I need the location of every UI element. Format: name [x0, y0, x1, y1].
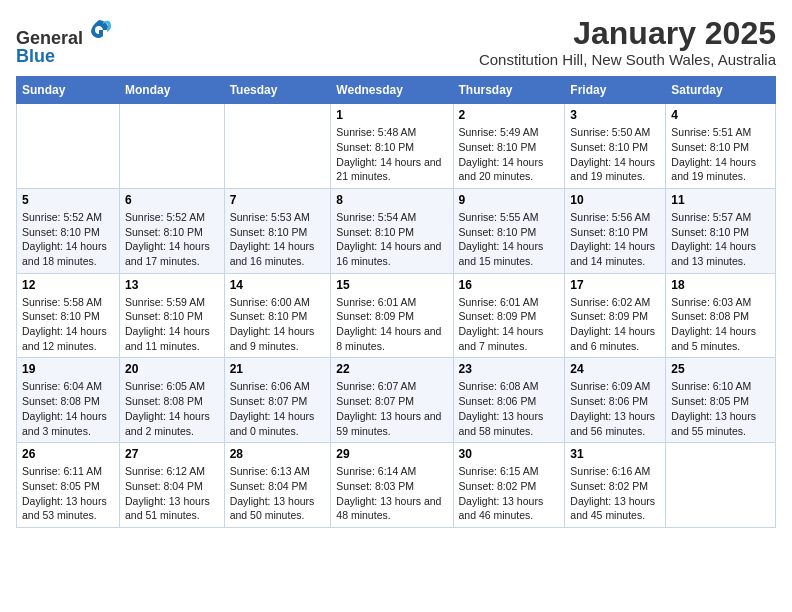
day-number: 2	[459, 108, 560, 122]
calendar-week-row: 1Sunrise: 5:48 AM Sunset: 8:10 PM Daylig…	[17, 104, 776, 189]
day-info: Sunrise: 5:52 AM Sunset: 8:10 PM Dayligh…	[22, 210, 114, 269]
day-info: Sunrise: 6:02 AM Sunset: 8:09 PM Dayligh…	[570, 295, 660, 354]
day-number: 31	[570, 447, 660, 461]
calendar-cell: 25Sunrise: 6:10 AM Sunset: 8:05 PM Dayli…	[666, 358, 776, 443]
day-number: 7	[230, 193, 326, 207]
weekday-header-thursday: Thursday	[453, 77, 565, 104]
calendar-cell: 15Sunrise: 6:01 AM Sunset: 8:09 PM Dayli…	[331, 273, 453, 358]
day-info: Sunrise: 6:08 AM Sunset: 8:06 PM Dayligh…	[459, 379, 560, 438]
calendar-cell	[224, 104, 331, 189]
weekday-header-sunday: Sunday	[17, 77, 120, 104]
day-number: 9	[459, 193, 560, 207]
day-info: Sunrise: 6:11 AM Sunset: 8:05 PM Dayligh…	[22, 464, 114, 523]
weekday-header-row: SundayMondayTuesdayWednesdayThursdayFrid…	[17, 77, 776, 104]
calendar-cell: 4Sunrise: 5:51 AM Sunset: 8:10 PM Daylig…	[666, 104, 776, 189]
day-info: Sunrise: 5:52 AM Sunset: 8:10 PM Dayligh…	[125, 210, 219, 269]
day-info: Sunrise: 5:53 AM Sunset: 8:10 PM Dayligh…	[230, 210, 326, 269]
day-info: Sunrise: 6:15 AM Sunset: 8:02 PM Dayligh…	[459, 464, 560, 523]
day-info: Sunrise: 6:06 AM Sunset: 8:07 PM Dayligh…	[230, 379, 326, 438]
day-info: Sunrise: 5:57 AM Sunset: 8:10 PM Dayligh…	[671, 210, 770, 269]
day-number: 18	[671, 278, 770, 292]
day-info: Sunrise: 5:54 AM Sunset: 8:10 PM Dayligh…	[336, 210, 447, 269]
calendar-cell: 6Sunrise: 5:52 AM Sunset: 8:10 PM Daylig…	[120, 188, 225, 273]
day-info: Sunrise: 6:10 AM Sunset: 8:05 PM Dayligh…	[671, 379, 770, 438]
title-block: January 2025 Constitution Hill, New Sout…	[479, 16, 776, 68]
calendar-cell: 19Sunrise: 6:04 AM Sunset: 8:08 PM Dayli…	[17, 358, 120, 443]
day-info: Sunrise: 5:49 AM Sunset: 8:10 PM Dayligh…	[459, 125, 560, 184]
day-info: Sunrise: 6:07 AM Sunset: 8:07 PM Dayligh…	[336, 379, 447, 438]
day-number: 1	[336, 108, 447, 122]
calendar-cell: 3Sunrise: 5:50 AM Sunset: 8:10 PM Daylig…	[565, 104, 666, 189]
calendar-cell: 24Sunrise: 6:09 AM Sunset: 8:06 PM Dayli…	[565, 358, 666, 443]
day-number: 27	[125, 447, 219, 461]
calendar-cell: 30Sunrise: 6:15 AM Sunset: 8:02 PM Dayli…	[453, 443, 565, 528]
calendar-cell	[120, 104, 225, 189]
day-number: 13	[125, 278, 219, 292]
calendar-week-row: 5Sunrise: 5:52 AM Sunset: 8:10 PM Daylig…	[17, 188, 776, 273]
day-number: 15	[336, 278, 447, 292]
calendar-cell: 23Sunrise: 6:08 AM Sunset: 8:06 PM Dayli…	[453, 358, 565, 443]
calendar-cell	[17, 104, 120, 189]
weekday-header-monday: Monday	[120, 77, 225, 104]
calendar-cell: 22Sunrise: 6:07 AM Sunset: 8:07 PM Dayli…	[331, 358, 453, 443]
day-info: Sunrise: 5:55 AM Sunset: 8:10 PM Dayligh…	[459, 210, 560, 269]
day-info: Sunrise: 6:13 AM Sunset: 8:04 PM Dayligh…	[230, 464, 326, 523]
calendar-cell: 21Sunrise: 6:06 AM Sunset: 8:07 PM Dayli…	[224, 358, 331, 443]
day-info: Sunrise: 5:50 AM Sunset: 8:10 PM Dayligh…	[570, 125, 660, 184]
day-number: 11	[671, 193, 770, 207]
day-info: Sunrise: 5:59 AM Sunset: 8:10 PM Dayligh…	[125, 295, 219, 354]
weekday-header-friday: Friday	[565, 77, 666, 104]
calendar-cell: 12Sunrise: 5:58 AM Sunset: 8:10 PM Dayli…	[17, 273, 120, 358]
calendar-cell: 27Sunrise: 6:12 AM Sunset: 8:04 PM Dayli…	[120, 443, 225, 528]
calendar-cell	[666, 443, 776, 528]
day-info: Sunrise: 6:01 AM Sunset: 8:09 PM Dayligh…	[459, 295, 560, 354]
day-number: 20	[125, 362, 219, 376]
calendar-cell: 11Sunrise: 5:57 AM Sunset: 8:10 PM Dayli…	[666, 188, 776, 273]
day-info: Sunrise: 6:01 AM Sunset: 8:09 PM Dayligh…	[336, 295, 447, 354]
logo: General Blue	[16, 16, 113, 67]
day-info: Sunrise: 6:16 AM Sunset: 8:02 PM Dayligh…	[570, 464, 660, 523]
day-number: 17	[570, 278, 660, 292]
calendar-cell: 31Sunrise: 6:16 AM Sunset: 8:02 PM Dayli…	[565, 443, 666, 528]
weekday-header-saturday: Saturday	[666, 77, 776, 104]
day-info: Sunrise: 5:58 AM Sunset: 8:10 PM Dayligh…	[22, 295, 114, 354]
day-number: 16	[459, 278, 560, 292]
day-info: Sunrise: 5:51 AM Sunset: 8:10 PM Dayligh…	[671, 125, 770, 184]
day-info: Sunrise: 6:04 AM Sunset: 8:08 PM Dayligh…	[22, 379, 114, 438]
day-number: 8	[336, 193, 447, 207]
calendar-cell: 10Sunrise: 5:56 AM Sunset: 8:10 PM Dayli…	[565, 188, 666, 273]
calendar-table: SundayMondayTuesdayWednesdayThursdayFrid…	[16, 76, 776, 528]
day-number: 24	[570, 362, 660, 376]
calendar-cell: 13Sunrise: 5:59 AM Sunset: 8:10 PM Dayli…	[120, 273, 225, 358]
day-number: 10	[570, 193, 660, 207]
weekday-header-wednesday: Wednesday	[331, 77, 453, 104]
day-info: Sunrise: 5:48 AM Sunset: 8:10 PM Dayligh…	[336, 125, 447, 184]
day-info: Sunrise: 6:12 AM Sunset: 8:04 PM Dayligh…	[125, 464, 219, 523]
calendar-cell: 5Sunrise: 5:52 AM Sunset: 8:10 PM Daylig…	[17, 188, 120, 273]
day-info: Sunrise: 6:14 AM Sunset: 8:03 PM Dayligh…	[336, 464, 447, 523]
calendar-cell: 28Sunrise: 6:13 AM Sunset: 8:04 PM Dayli…	[224, 443, 331, 528]
day-number: 14	[230, 278, 326, 292]
day-info: Sunrise: 6:03 AM Sunset: 8:08 PM Dayligh…	[671, 295, 770, 354]
calendar-cell: 18Sunrise: 6:03 AM Sunset: 8:08 PM Dayli…	[666, 273, 776, 358]
day-number: 23	[459, 362, 560, 376]
calendar-week-row: 19Sunrise: 6:04 AM Sunset: 8:08 PM Dayli…	[17, 358, 776, 443]
calendar-cell: 20Sunrise: 6:05 AM Sunset: 8:08 PM Dayli…	[120, 358, 225, 443]
calendar-week-row: 26Sunrise: 6:11 AM Sunset: 8:05 PM Dayli…	[17, 443, 776, 528]
day-number: 29	[336, 447, 447, 461]
day-number: 19	[22, 362, 114, 376]
calendar-cell: 17Sunrise: 6:02 AM Sunset: 8:09 PM Dayli…	[565, 273, 666, 358]
calendar-cell: 8Sunrise: 5:54 AM Sunset: 8:10 PM Daylig…	[331, 188, 453, 273]
calendar-week-row: 12Sunrise: 5:58 AM Sunset: 8:10 PM Dayli…	[17, 273, 776, 358]
page-header: General Blue January 2025 Constitution H…	[16, 16, 776, 68]
calendar-cell: 14Sunrise: 6:00 AM Sunset: 8:10 PM Dayli…	[224, 273, 331, 358]
day-info: Sunrise: 6:00 AM Sunset: 8:10 PM Dayligh…	[230, 295, 326, 354]
calendar-cell: 9Sunrise: 5:55 AM Sunset: 8:10 PM Daylig…	[453, 188, 565, 273]
day-number: 30	[459, 447, 560, 461]
calendar-cell: 26Sunrise: 6:11 AM Sunset: 8:05 PM Dayli…	[17, 443, 120, 528]
day-number: 28	[230, 447, 326, 461]
day-number: 3	[570, 108, 660, 122]
day-info: Sunrise: 6:05 AM Sunset: 8:08 PM Dayligh…	[125, 379, 219, 438]
day-number: 25	[671, 362, 770, 376]
calendar-cell: 1Sunrise: 5:48 AM Sunset: 8:10 PM Daylig…	[331, 104, 453, 189]
